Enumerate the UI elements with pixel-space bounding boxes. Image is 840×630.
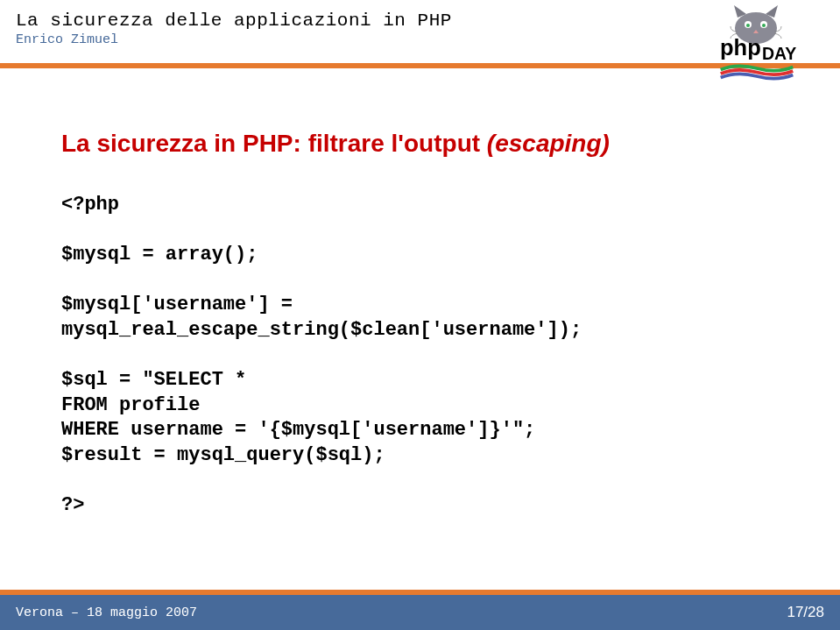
slide-footer: Verona – 18 maggio 2007 17/28 <box>0 590 840 630</box>
svg-point-3 <box>746 24 750 27</box>
footer-page-number: 17/28 <box>787 604 824 621</box>
logo-php-text: php <box>720 35 761 60</box>
code-block: <?php $mysql = array(); $mysql['username… <box>61 193 779 519</box>
svg-point-4 <box>762 24 766 27</box>
logo-day-text: DAY <box>762 44 796 63</box>
slide-title-italic: (escaping) <box>487 130 610 157</box>
phpday-logo: php DAY <box>700 4 822 100</box>
slide-title: La sicurezza in PHP: filtrare l'output (… <box>61 130 779 158</box>
footer-location-date: Verona – 18 maggio 2007 <box>16 605 197 620</box>
php-day-text-icon: php DAY <box>704 32 809 84</box>
slide-title-main: La sicurezza in PHP: filtrare l'output <box>61 130 487 157</box>
footer-bar: Verona – 18 maggio 2007 17/28 <box>0 595 840 630</box>
slide-content: La sicurezza in PHP: filtrare l'output (… <box>0 68 840 519</box>
